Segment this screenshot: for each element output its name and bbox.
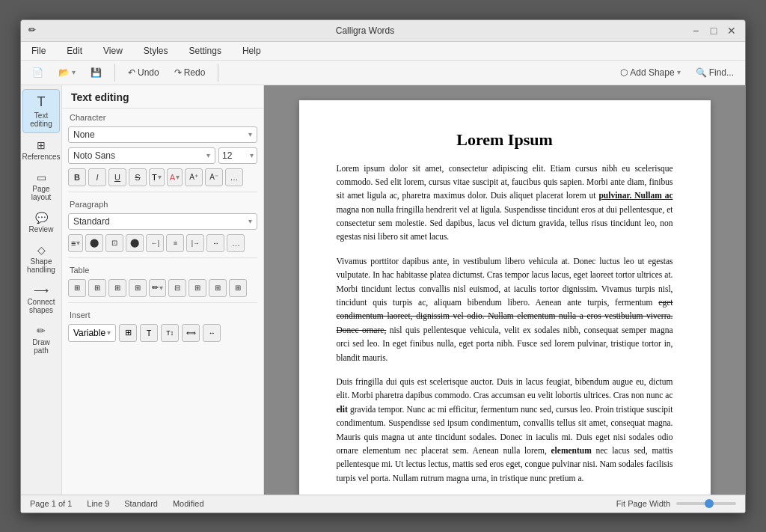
- font-row: Noto Sans ▾ 12 ▾: [62, 145, 263, 166]
- table-color-dropdown[interactable]: ✏▾: [149, 279, 166, 297]
- maximize-button[interactable]: □: [708, 25, 720, 37]
- style-row: None ▾: [62, 124, 263, 145]
- insert-btn-4[interactable]: ⟺: [182, 324, 200, 342]
- align-right-button[interactable]: ⬤: [126, 234, 144, 252]
- sidebar-item-page-layout[interactable]: ▭ Page layout: [22, 167, 60, 206]
- sidebar-item-shape-handling[interactable]: ◇ Shape handling: [22, 239, 60, 278]
- spread-button[interactable]: ↔: [206, 234, 224, 252]
- insert-btn-3[interactable]: T↕: [161, 324, 179, 342]
- add-shape-icon: ⬡: [620, 67, 628, 78]
- table-btn-2[interactable]: ⊞: [88, 279, 106, 297]
- sidebar-label-draw-path: Draw path: [25, 338, 57, 355]
- close-button[interactable]: ✕: [726, 25, 738, 37]
- list-style-dropdown[interactable]: ≡▾: [68, 234, 83, 252]
- undo-label: Undo: [138, 67, 159, 78]
- sidebar-item-connect-shapes[interactable]: ⟶ Connect shapes: [22, 280, 60, 319]
- text-color-dropdown[interactable]: A▾: [167, 168, 183, 186]
- new-button[interactable]: 📄: [27, 64, 49, 81]
- table-btn-7[interactable]: ⊞: [209, 279, 227, 297]
- add-shape-button[interactable]: ⬡ Add Shape ▾: [615, 64, 685, 81]
- window-title: Calligra Words: [40, 25, 690, 36]
- status-bar: Page 1 of 1 Line 9 Standard Modified Fit…: [21, 495, 745, 513]
- menu-view[interactable]: View: [99, 44, 127, 58]
- indent-left-button[interactable]: ←|: [146, 234, 164, 252]
- save-icon: 💾: [91, 67, 102, 78]
- insert-variable-label: Variable: [73, 328, 105, 338]
- insert-variable-dropdown[interactable]: Variable ▾: [68, 324, 116, 342]
- table-btn-1[interactable]: ⊞: [68, 279, 86, 297]
- decrease-font-button[interactable]: A⁻: [205, 168, 223, 186]
- toolbar-separator-1: [114, 64, 115, 82]
- more-para-button[interactable]: …: [227, 234, 245, 252]
- bold-button[interactable]: B: [68, 168, 86, 186]
- page-info: Page 1 of 1: [30, 499, 72, 508]
- zoom-slider[interactable]: [676, 502, 736, 505]
- insert-btn-1[interactable]: ⊞: [119, 324, 137, 342]
- insert-variable-chevron: ▾: [107, 328, 111, 337]
- open-button[interactable]: 📂▾: [53, 64, 81, 81]
- paragraph-1[interactable]: Lorem ipsum dolor sit amet, consectetur …: [337, 162, 673, 244]
- undo-icon: ↶: [128, 67, 135, 78]
- italic-button[interactable]: I: [88, 168, 106, 186]
- text-editing-icon: T: [37, 94, 46, 110]
- alignment-buttons-row: ≡▾ ⬤ ⊡ ⬤ ←| ≡ |→ ↔ …: [62, 232, 263, 254]
- insert-btn-5[interactable]: ↔: [203, 324, 221, 342]
- style-dropdown[interactable]: None ▾: [68, 126, 257, 143]
- add-shape-label: Add Shape: [630, 67, 674, 78]
- redo-button[interactable]: ↷ Redo: [169, 64, 211, 81]
- increase-font-button[interactable]: A⁺: [185, 168, 203, 186]
- paragraph-2[interactable]: Vivamus porttitor dapibus ante, in vesti…: [337, 254, 673, 364]
- align-center-button[interactable]: ⊡: [105, 234, 123, 252]
- find-button[interactable]: 🔍 Find...: [690, 64, 739, 81]
- paragraph-style-chevron: ▾: [248, 217, 252, 225]
- menu-styles[interactable]: Styles: [139, 44, 173, 58]
- document-title: Lorem Ipsum: [337, 130, 673, 150]
- table-btn-4[interactable]: ⊞: [129, 279, 147, 297]
- paragraph-style-value: Standard: [73, 216, 110, 227]
- font-dropdown[interactable]: Noto Sans ▾: [68, 147, 215, 164]
- sidebar-item-review[interactable]: 💬 Review: [22, 207, 60, 238]
- justify-button[interactable]: ≡: [166, 234, 184, 252]
- undo-button[interactable]: ↶ Undo: [123, 64, 165, 81]
- sidebar-item-draw-path[interactable]: ✏ Draw path: [22, 320, 60, 359]
- sidebar-item-text-editing[interactable]: T Text editing: [22, 89, 60, 133]
- sidebar-label-text-editing: Text editing: [26, 111, 56, 128]
- text-style-dropdown[interactable]: T▾: [149, 168, 165, 186]
- menu-settings[interactable]: Settings: [185, 44, 226, 58]
- modified-info: Modified: [173, 499, 204, 508]
- more-char-button[interactable]: …: [225, 168, 243, 186]
- para-table-separator: [68, 257, 257, 258]
- paragraph-style-dropdown[interactable]: Standard ▾: [68, 213, 257, 230]
- minimize-button[interactable]: −: [690, 25, 702, 37]
- table-btn-5[interactable]: ⊟: [168, 279, 186, 297]
- save-button[interactable]: 💾: [85, 64, 107, 81]
- table-btn-6[interactable]: ⊞: [189, 279, 206, 297]
- window-controls[interactable]: − □ ✕: [690, 25, 738, 37]
- sidebar-item-references[interactable]: ⊞ References: [22, 135, 60, 165]
- paragraph-3[interactable]: Duis fringilla dui quis est scelerisque …: [337, 375, 673, 485]
- connect-shapes-icon: ⟶: [34, 284, 49, 296]
- table-btn-3[interactable]: ⊞: [108, 279, 126, 297]
- strikethrough-button[interactable]: S: [129, 168, 147, 186]
- insert-section-label: Insert: [62, 306, 263, 322]
- size-dropdown[interactable]: 12 ▾: [218, 147, 257, 164]
- underline-button[interactable]: U: [108, 168, 126, 186]
- table-btn-8[interactable]: ⊞: [229, 279, 247, 297]
- char-para-separator: [68, 192, 257, 192]
- menu-file[interactable]: File: [27, 44, 50, 58]
- menu-help[interactable]: Help: [238, 44, 266, 58]
- strikethrough-text-1: eget condimentum laoreet, dignissim vel …: [337, 298, 673, 334]
- open-chevron: ▾: [72, 68, 76, 76]
- page[interactable]: Lorem Ipsum Lorem ipsum dolor sit amet, …: [299, 100, 711, 495]
- insert-btn-2[interactable]: T: [140, 324, 158, 342]
- table-buttons-row: ⊞ ⊞ ⊞ ⊞ ✏▾ ⊟ ⊞ ⊞ ⊞: [62, 277, 263, 299]
- document-area: Lorem Ipsum Lorem ipsum dolor sit amet, …: [264, 85, 745, 495]
- align-left-button[interactable]: ⬤: [85, 234, 103, 252]
- zoom-thumb: [705, 499, 714, 508]
- toolbar-right: ⬡ Add Shape ▾ 🔍 Find...: [615, 64, 739, 81]
- sidebar-label-references: References: [22, 153, 60, 161]
- title-bar: ✏ Calligra Words − □ ✕: [21, 20, 745, 42]
- draw-path-icon: ✏: [37, 325, 46, 337]
- indent-right-button[interactable]: |→: [186, 234, 204, 252]
- menu-edit[interactable]: Edit: [62, 44, 87, 58]
